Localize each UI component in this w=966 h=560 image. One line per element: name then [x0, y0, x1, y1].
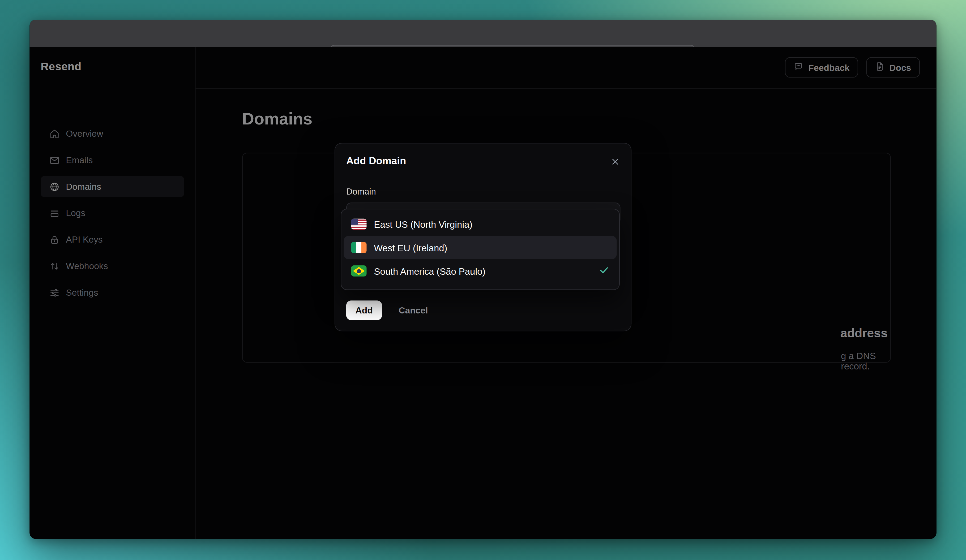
cancel-button[interactable]: Cancel — [395, 300, 432, 320]
ireland-flag-icon — [351, 242, 367, 253]
domain-field-label: Domain — [346, 187, 376, 196]
check-icon — [599, 265, 609, 277]
desktop-background: localhost — [0, 0, 966, 560]
region-dropdown: East US (North Virginia) West EU (Irelan… — [341, 209, 620, 290]
region-option[interactable]: South America (São Paulo) — [344, 259, 617, 283]
brazil-flag-icon — [351, 265, 367, 277]
app-content: Resend Overview Emails Domains Logs API … — [30, 47, 936, 539]
close-icon[interactable] — [609, 155, 621, 167]
browser-toolbar: localhost — [30, 20, 936, 47]
add-button[interactable]: Add — [346, 300, 382, 320]
region-option[interactable]: East US (North Virginia) — [344, 212, 617, 236]
us-flag-icon — [351, 219, 367, 230]
browser-window: localhost — [30, 20, 936, 539]
modal-title: Add Domain — [346, 155, 406, 167]
region-option[interactable]: West EU (Ireland) — [344, 236, 617, 259]
